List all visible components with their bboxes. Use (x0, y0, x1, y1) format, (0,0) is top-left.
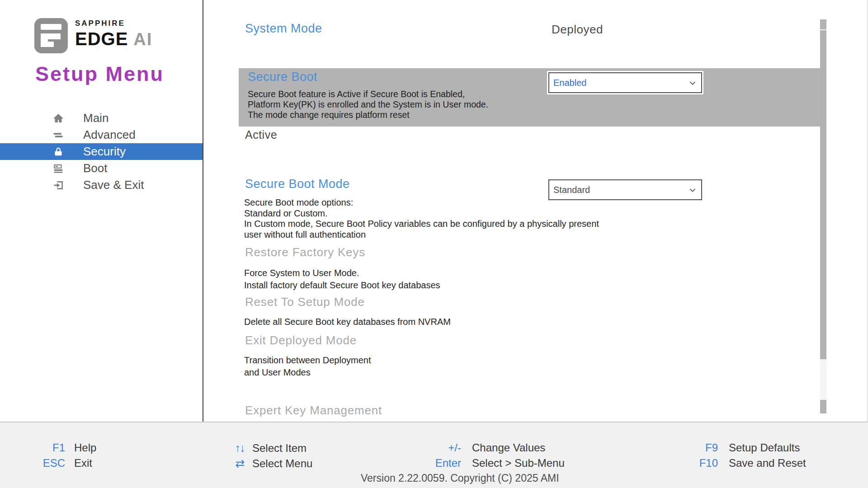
hint-label: Help (74, 441, 96, 454)
description-line: Secure Boot mode options: (244, 197, 599, 208)
chevron-down-icon (688, 185, 698, 197)
secure-boot-mode-select-value: Standard (553, 185, 590, 195)
bios-version-text: Version 2.22.0059. Copyright (C) 2025 AM… (361, 472, 559, 484)
exit-deployed-mode-description: Transition between Deployment and User M… (244, 354, 371, 378)
brand-wordmark: SAPPHIRE EDGE AI (75, 19, 152, 49)
settings-panel: System Mode Deployed Secure Boot Secure … (203, 0, 868, 422)
secure-boot-mode-description: Secure Boot mode options: Standard or Cu… (244, 197, 599, 240)
sidebar-item-label: Advanced (83, 128, 136, 142)
system-mode-label: System Mode (245, 22, 322, 36)
secure-boot-status: Active (245, 128, 277, 141)
home-icon (51, 112, 66, 125)
brand-logo: SAPPHIRE EDGE AI (34, 17, 188, 54)
hint-change-values: +/- Change Values (398, 441, 545, 454)
lock-icon (51, 146, 66, 158)
scrollbar-segment-bottom[interactable] (820, 400, 826, 413)
secure-boot-description: Secure Boot feature is Active if Secure … (248, 89, 488, 120)
hint-label: Change Values (472, 441, 545, 454)
sidebar: SAPPHIRE EDGE AI Setup Menu Main Advance… (0, 0, 203, 422)
reset-to-setup-mode-description: Delete all Secure Boot key databases fro… (244, 316, 451, 328)
system-mode-value: Deployed (552, 23, 603, 37)
description-line: Force System to User Mode. (244, 267, 440, 279)
description-line: Platform Key(PK) is enrolled and the Sys… (248, 99, 488, 110)
description-line: The mode change requires platform reset (248, 110, 488, 120)
reset-to-setup-mode-item[interactable]: Reset To Setup Mode (245, 295, 365, 309)
expert-key-management-item[interactable]: Expert Key Management (245, 404, 382, 418)
sidebar-item-boot[interactable]: Boot (0, 160, 203, 177)
sidebar-item-label: Security (83, 145, 126, 159)
description-line: In Custom mode, Secure Boot Policy varia… (244, 219, 599, 230)
key-esc: ESC (0, 457, 65, 469)
chevron-down-icon (688, 78, 698, 90)
key-enter: Enter (398, 457, 461, 469)
key-f9: F9 (655, 441, 718, 454)
exit-deployed-mode-item[interactable]: Exit Deployed Mode (245, 333, 357, 347)
hint-label: Select > Sub-Menu (472, 457, 565, 469)
hint-enter-submenu: Enter Select > Sub-Menu (398, 457, 565, 469)
secure-boot-select[interactable]: Enabled (548, 72, 702, 93)
hint-label: Exit (74, 457, 92, 469)
secure-boot-select-value: Enabled (553, 78, 586, 88)
hint-select-item: ↑↓ Select Item (231, 441, 307, 455)
description-line: and User Modes (244, 366, 371, 379)
hint-save-reset: F10 Save and Reset (655, 457, 806, 469)
sidebar-item-security[interactable]: Security (0, 143, 203, 160)
key-f10: F10 (655, 457, 718, 469)
sidebar-item-label: Save & Exit (83, 178, 144, 192)
scrollbar-segment-top[interactable] (820, 19, 826, 29)
hint-select-menu: ⇄ Select Menu (231, 457, 312, 470)
brand-logo-icon (34, 18, 68, 55)
description-line: Secure Boot feature is Active if Secure … (248, 89, 488, 99)
hint-help: F1 Help (0, 441, 96, 454)
setup-menu-title: Setup Menu (35, 62, 164, 86)
description-line: Install factory default Secure Boot key … (244, 279, 440, 291)
layers-icon (51, 129, 66, 141)
brand-name-main: EDGE (75, 29, 128, 49)
drive-icon (51, 162, 66, 175)
key-plus-minus: +/- (398, 441, 461, 454)
restore-factory-keys-item[interactable]: Restore Factory Keys (245, 245, 365, 259)
sidebar-item-label: Boot (83, 161, 108, 175)
description-line: user without full authentication (244, 230, 599, 240)
description-line: Transition between Deployment (244, 354, 371, 366)
hint-label: Select Item (252, 442, 307, 455)
up-down-arrows-icon: ↑↓ (231, 441, 248, 455)
sidebar-menu: Main Advanced Security Boot Save & Exit (0, 110, 203, 193)
secure-boot-mode-label: Secure Boot Mode (245, 177, 350, 191)
sidebar-item-save-exit[interactable]: Save & Exit (0, 177, 203, 193)
hint-exit: ESC Exit (0, 457, 92, 469)
left-right-arrows-icon: ⇄ (231, 457, 248, 470)
hint-setup-defaults: F9 Setup Defaults (655, 441, 800, 454)
restore-factory-keys-description: Force System to User Mode. Install facto… (244, 267, 440, 291)
sidebar-item-advanced[interactable]: Advanced (0, 127, 203, 143)
hint-label: Select Menu (252, 457, 312, 470)
description-line: Standard or Custom. (244, 208, 599, 219)
key-f1: F1 (0, 441, 65, 454)
scrollbar-track[interactable] (820, 19, 826, 413)
exit-icon (51, 179, 66, 191)
key-hints-bar: F1 Help ESC Exit ↑↓ Select Item ⇄ Select… (0, 422, 868, 488)
sidebar-item-main[interactable]: Main (0, 110, 203, 127)
hint-label: Save and Reset (729, 457, 806, 469)
brand-name-top: SAPPHIRE (75, 19, 152, 28)
description-line: Delete all Secure Boot key databases fro… (244, 316, 451, 328)
brand-name-suffix: AI (133, 30, 152, 49)
scrollbar-thumb[interactable] (820, 30, 826, 359)
secure-boot-highlighted-row[interactable]: Secure Boot Secure Boot feature is Activ… (239, 68, 820, 127)
secure-boot-label: Secure Boot (248, 70, 317, 84)
sidebar-item-label: Main (83, 111, 108, 125)
hint-label: Setup Defaults (729, 441, 800, 454)
